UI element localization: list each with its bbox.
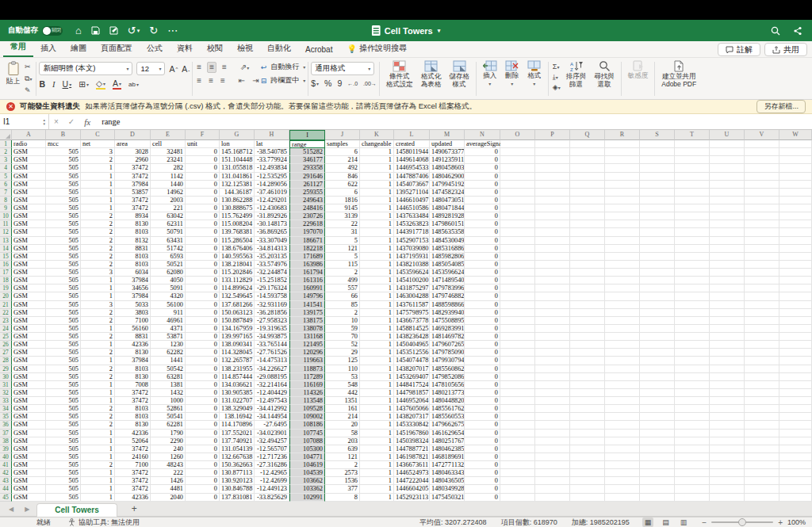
cell-F43[interactable]: 0 — [186, 477, 220, 485]
cell-C33[interactable]: 1 — [81, 397, 115, 405]
cell-J27[interactable]: 29 — [325, 349, 360, 357]
confirm-entry-icon[interactable]: ✓ — [63, 117, 79, 126]
cell-L32[interactable]: 1447981857 — [394, 389, 430, 397]
sheet-tab-cell-towers[interactable]: Cell Towers — [36, 503, 117, 517]
cell-G43[interactable]: 130.920123 — [220, 477, 255, 485]
cell-T37[interactable] — [675, 430, 710, 437]
row-header-40[interactable]: 40 — [0, 453, 12, 461]
cell-V17[interactable] — [745, 269, 779, 277]
cell-R7[interactable] — [605, 189, 640, 197]
cell-D33[interactable]: 37472 — [115, 397, 151, 405]
cell-S30[interactable] — [640, 373, 675, 381]
cell-W22[interactable] — [779, 309, 812, 317]
cell-R22[interactable] — [605, 309, 640, 317]
cell-K41[interactable]: 1 — [360, 461, 394, 469]
cell-D30[interactable]: 8130 — [115, 373, 151, 381]
cell-I25[interactable]: 131168 — [289, 333, 325, 341]
cell-D45[interactable]: 42336 — [115, 494, 151, 502]
cell-F3[interactable]: 0 — [186, 156, 220, 164]
cell-E6[interactable]: 1440 — [151, 181, 186, 189]
cell-Q28[interactable] — [570, 357, 605, 365]
cell-B34[interactable]: 505 — [46, 405, 81, 413]
cell-F20[interactable]: 0 — [186, 292, 220, 300]
cell-Q11[interactable] — [570, 220, 605, 228]
cell-U10[interactable] — [710, 212, 745, 220]
cell-U29[interactable] — [710, 365, 745, 373]
cell-Q1[interactable] — [570, 140, 605, 148]
cell-F16[interactable]: 0 — [186, 261, 220, 269]
cell-U3[interactable] — [710, 156, 745, 164]
cell-D29[interactable]: 8103 — [115, 365, 151, 373]
cell-N16[interactable]: 0 — [465, 261, 500, 269]
copy-icon[interactable]: ⧉▾ — [25, 74, 32, 84]
cell-D25[interactable]: 8831 — [115, 333, 151, 341]
cell-A13[interactable]: GSM — [12, 237, 46, 245]
cell-T1[interactable] — [675, 140, 710, 148]
cell-E19[interactable]: 5091 — [151, 285, 186, 292]
cell-Q31[interactable] — [570, 381, 605, 389]
column-header-L[interactable]: L — [394, 130, 430, 140]
cell-A44[interactable]: GSM — [12, 485, 46, 493]
cell-M45[interactable]: 1475450321 — [430, 494, 465, 502]
cell-R17[interactable] — [605, 269, 640, 277]
cell-N12[interactable]: 0 — [465, 228, 500, 236]
cell-N7[interactable]: 0 — [465, 189, 500, 197]
cell-C18[interactable]: 1 — [81, 277, 115, 285]
cell-N4[interactable]: 0 — [465, 164, 500, 172]
cell-F15[interactable]: 0 — [186, 253, 220, 261]
cell-I37[interactable]: 107745 — [289, 430, 325, 437]
cell-K23[interactable]: 1 — [360, 317, 394, 325]
cell-A39[interactable]: GSM — [12, 445, 46, 453]
cell-T44[interactable] — [675, 485, 710, 493]
cell-C27[interactable]: 2 — [81, 349, 115, 357]
cell-B18[interactable]: 505 — [46, 277, 81, 285]
cell-W21[interactable] — [779, 301, 812, 309]
cell-Q21[interactable] — [570, 301, 605, 309]
column-header-N[interactable]: N — [465, 130, 500, 140]
cell-G4[interactable]: 131.055818 — [220, 164, 255, 172]
cell-D17[interactable]: 6034 — [115, 269, 151, 277]
cell-G22[interactable]: 150.063123 — [220, 309, 255, 317]
cell-P10[interactable] — [535, 212, 570, 220]
cell-F14[interactable]: 0 — [186, 245, 220, 253]
cell-T42[interactable] — [675, 469, 710, 477]
cell-B19[interactable]: 505 — [46, 285, 81, 292]
cell-E22[interactable]: 911 — [151, 309, 186, 317]
cell-E30[interactable]: 63281 — [151, 373, 186, 381]
cut-icon[interactable]: ✂ — [25, 62, 32, 71]
document-title-area[interactable]: Cell Towers ▾ — [372, 25, 440, 36]
cell-N8[interactable]: 0 — [465, 197, 500, 204]
cell-D1[interactable]: area — [115, 140, 151, 148]
cell-T25[interactable] — [675, 333, 710, 341]
cell-G24[interactable]: 134.167959 — [220, 325, 255, 333]
fx-icon[interactable]: fx — [79, 117, 95, 127]
cell-F28[interactable]: 0 — [186, 357, 220, 365]
save-as-icon[interactable] — [109, 26, 118, 35]
cell-L27[interactable]: 1453512556 — [394, 349, 430, 357]
cell-P28[interactable] — [535, 357, 570, 365]
cell-B29[interactable]: 505 — [46, 365, 81, 373]
cell-P18[interactable] — [535, 277, 570, 285]
cell-J38[interactable]: 203 — [325, 437, 360, 445]
cell-U26[interactable] — [710, 341, 745, 349]
cell-O29[interactable] — [500, 365, 535, 373]
row-header-21[interactable]: 21 — [0, 301, 12, 309]
cell-I34[interactable]: 109528 — [289, 405, 325, 413]
cell-D31[interactable]: 7008 — [115, 381, 151, 389]
cell-M16[interactable]: 1485054085 — [430, 261, 465, 269]
row-header-1[interactable]: 1 — [0, 140, 12, 148]
cell-S10[interactable] — [640, 212, 675, 220]
cell-S16[interactable] — [640, 261, 675, 269]
cell-W42[interactable] — [779, 469, 812, 477]
cell-U28[interactable] — [710, 357, 745, 365]
cell-T41[interactable] — [675, 461, 710, 469]
cell-L39[interactable]: 1447887721 — [394, 445, 430, 453]
sort-filter-button[interactable]: AZ 排序與篩選 — [562, 60, 591, 88]
cell-S25[interactable] — [640, 333, 675, 341]
cell-L12[interactable]: 1443917718 — [394, 228, 430, 236]
cell-U13[interactable] — [710, 237, 745, 245]
cell-C45[interactable]: 1 — [81, 494, 115, 502]
save-as-new-button[interactable]: 另存新檔... — [756, 100, 806, 113]
cell-K6[interactable]: 1 — [360, 181, 394, 189]
cell-Q30[interactable] — [570, 373, 605, 381]
